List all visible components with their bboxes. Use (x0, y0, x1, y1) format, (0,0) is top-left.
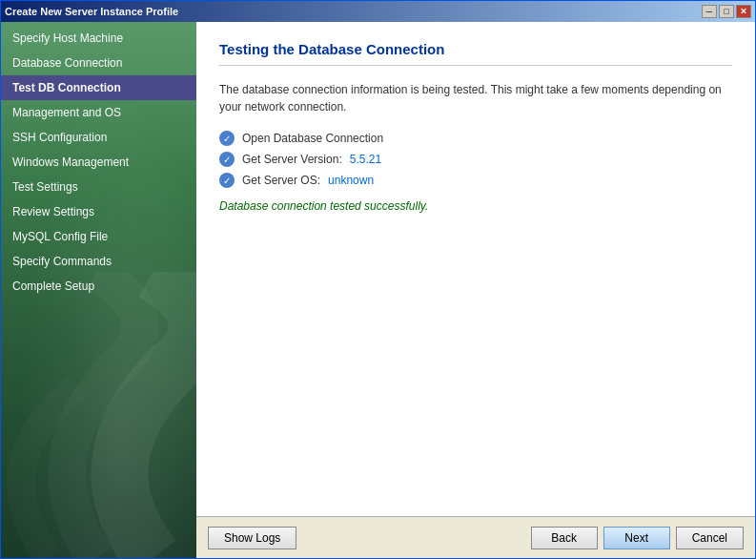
sidebar-item-mysql-config-file[interactable]: MySQL Config File (1, 224, 196, 249)
sidebar-item-specify-commands[interactable]: Specify Commands (1, 249, 196, 274)
maximize-button[interactable]: □ (719, 5, 734, 18)
next-button[interactable]: Next (603, 527, 670, 549)
check-label-open-db: Open Database Connection (242, 132, 383, 145)
check-item-open-db: ✓Open Database Connection (219, 131, 732, 146)
success-message: Database connection tested successfully. (219, 199, 732, 213)
sidebar-decoration (1, 272, 196, 558)
sidebar-items-list: Specify Host MachineDatabase ConnectionT… (1, 22, 196, 299)
minimize-button[interactable]: ─ (702, 5, 717, 18)
main-content: Specify Host MachineDatabase ConnectionT… (1, 22, 755, 558)
close-button[interactable]: ✕ (736, 5, 751, 18)
cancel-button[interactable]: Cancel (676, 527, 744, 549)
content-area: Testing the Database Connection The data… (196, 22, 755, 516)
sidebar-item-database-connection[interactable]: Database Connection (1, 51, 196, 75)
back-button[interactable]: Back (531, 527, 598, 549)
sidebar-item-review-settings[interactable]: Review Settings (1, 199, 196, 224)
sidebar-item-ssh-configuration[interactable]: SSH Configuration (1, 125, 196, 150)
checks-container: ✓Open Database Connection✓Get Server Ver… (219, 131, 732, 188)
check-label-get-version: Get Server Version: (242, 153, 342, 166)
check-icon-get-os: ✓ (219, 173, 235, 188)
title-bar-buttons: ─ □ ✕ (702, 5, 751, 18)
right-panel: Testing the Database Connection The data… (196, 22, 755, 558)
sidebar-item-complete-setup[interactable]: Complete Setup (1, 274, 196, 299)
sidebar-item-management-and-os[interactable]: Management and OS (1, 100, 196, 125)
sidebar-item-test-db-connection[interactable]: Test DB Connection (1, 75, 196, 100)
bottom-right-buttons: Back Next Cancel (531, 527, 744, 549)
description-text: The database connection information is b… (219, 81, 732, 115)
check-value-get-os: unknown (328, 174, 374, 187)
sidebar-item-windows-management[interactable]: Windows Management (1, 150, 196, 175)
bottom-left-buttons: Show Logs (208, 527, 296, 549)
check-icon-open-db: ✓ (219, 131, 235, 146)
sidebar-item-test-settings[interactable]: Test Settings (1, 175, 196, 199)
check-item-get-os: ✓Get Server OS: unknown (219, 173, 732, 188)
check-item-get-version: ✓Get Server Version: 5.5.21 (219, 152, 732, 167)
bottom-bar: Show Logs Back Next Cancel (196, 516, 755, 558)
sidebar: Specify Host MachineDatabase ConnectionT… (1, 22, 196, 558)
title-bar: Create New Server Instance Profile ─ □ ✕ (1, 1, 755, 22)
window-title: Create New Server Instance Profile (5, 6, 178, 17)
sidebar-item-specify-host-machine[interactable]: Specify Host Machine (1, 26, 196, 51)
page-title: Testing the Database Connection (219, 41, 732, 66)
check-label-get-os: Get Server OS: (242, 174, 320, 187)
show-logs-button[interactable]: Show Logs (208, 527, 296, 549)
main-window: Create New Server Instance Profile ─ □ ✕… (0, 0, 756, 559)
check-icon-get-version: ✓ (219, 152, 235, 167)
check-value-get-version: 5.5.21 (350, 153, 381, 166)
